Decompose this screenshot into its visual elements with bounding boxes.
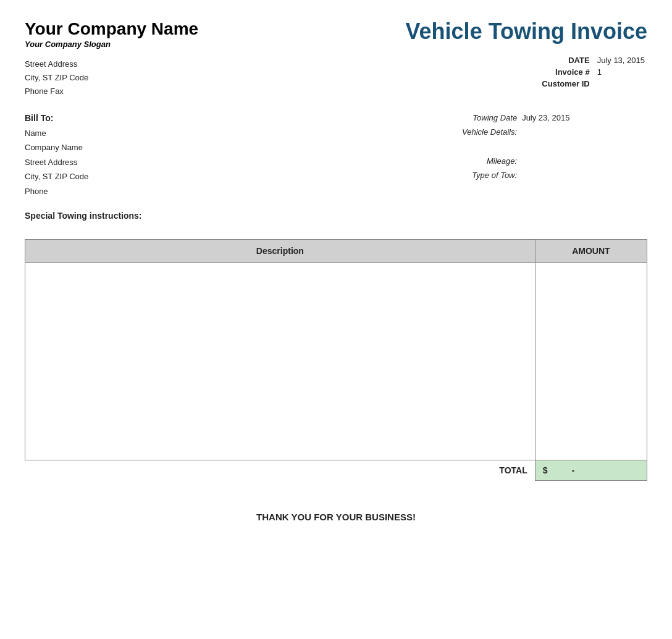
invoice-table: Description AMOUNT TOTAL $ - [25, 239, 647, 481]
special-instructions-label: Special Towing instructions: [25, 211, 142, 221]
invoice-num-value: 1 [595, 66, 647, 78]
bill-to-block: Bill To: Name Company Name Street Addres… [25, 111, 88, 198]
bill-to-name: Name [25, 126, 88, 140]
total-dash: - [571, 465, 574, 475]
customer-id-label: Customer ID [539, 78, 594, 90]
bill-to-label: Bill To: [25, 111, 88, 126]
invoice-right: Vehicle Towing Invoice DATE July 13, 201… [406, 19, 647, 90]
vehicle-label: Vehicle Details: [462, 125, 522, 139]
towing-details: Towing Date July 23, 2015 Vehicle Detail… [462, 111, 647, 198]
thank-you: THANK YOU FOR YOUR BUSINESS! [25, 512, 647, 522]
amt-cell [535, 263, 647, 460]
company-phone-fax: Phone Fax [25, 85, 198, 98]
towing-date-value: July 23, 2015 [522, 111, 569, 125]
desc-header: Description [25, 240, 536, 263]
special-instructions: Special Towing instructions: [25, 211, 647, 221]
bill-to-street: Street Address [25, 155, 88, 169]
company-city: City, ST ZIP Code [25, 71, 198, 85]
total-currency: $ [543, 465, 548, 475]
mileage-value [522, 154, 569, 168]
company-slogan: Your Company Slogan [25, 40, 198, 49]
company-name: Your Company Name [25, 19, 198, 40]
date-label: DATE [539, 54, 594, 66]
total-label: TOTAL [25, 460, 536, 481]
type-value [522, 168, 569, 182]
date-value: July 13, 2015 [595, 54, 647, 66]
header-section: Your Company Name Your Company Slogan St… [25, 19, 647, 98]
company-address: Street Address City, ST ZIP Code Phone F… [25, 57, 198, 98]
invoice-title: Vehicle Towing Invoice [406, 19, 647, 44]
invoice-num-label: Invoice # [539, 66, 594, 78]
mileage-label: Mileage: [462, 154, 522, 168]
company-block: Your Company Name Your Company Slogan St… [25, 19, 198, 98]
towing-date-label: Towing Date [462, 111, 522, 125]
amt-header: AMOUNT [535, 240, 647, 263]
desc-cell [25, 263, 536, 460]
customer-id-value [595, 78, 647, 90]
bill-to-city: City, ST ZIP Code [25, 169, 88, 184]
type-label: Type of Tow: [462, 168, 522, 182]
company-street: Street Address [25, 57, 198, 71]
bill-to-phone: Phone [25, 184, 88, 198]
table-row [25, 263, 647, 460]
billing-section: Bill To: Name Company Name Street Addres… [25, 111, 647, 198]
total-value: $ - [535, 460, 647, 481]
bill-to-company: Company Name [25, 140, 88, 154]
invoice-meta: DATE July 13, 2015 Invoice # 1 Customer … [406, 54, 647, 90]
total-row: TOTAL $ - [25, 460, 647, 481]
vehicle-value [522, 125, 569, 139]
